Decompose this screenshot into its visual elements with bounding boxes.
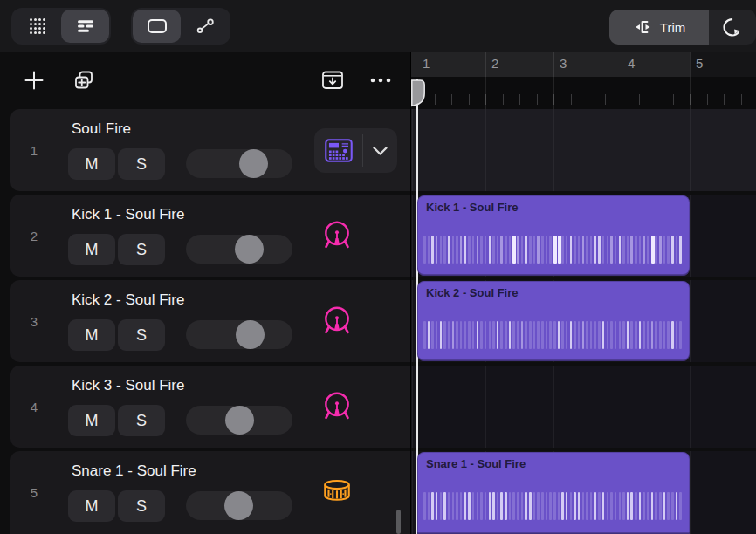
kick-drum-icon — [320, 218, 354, 253]
row-divider — [58, 280, 58, 362]
track-instrument — [320, 302, 354, 340]
view-switch-group — [11, 8, 111, 44]
track-name: Snare 1 - Soul Fire — [72, 462, 196, 480]
grid-icon — [28, 17, 47, 36]
timeline-area: 1 2 3 4 5 Kick 1 - Soul Fire Kick 2 - S — [410, 52, 756, 534]
import-icon — [321, 70, 344, 91]
track-instrument — [320, 387, 354, 426]
bar-number: 4 — [628, 56, 635, 71]
track-row-1[interactable]: 1 Soul Fire M S — [10, 109, 410, 191]
solo-button[interactable]: S — [118, 234, 165, 265]
mute-button[interactable]: M — [68, 148, 115, 180]
solo-button[interactable]: S — [118, 490, 165, 522]
vertical-scrollbar-thumb[interactable] — [396, 510, 401, 534]
track-number: 5 — [10, 451, 58, 534]
track-list-toolbar — [0, 52, 410, 109]
mute-button[interactable]: M — [68, 319, 115, 351]
automation-icon — [196, 17, 215, 36]
trim-label: Trim — [660, 20, 685, 35]
drum-machine-icon — [325, 139, 353, 162]
duplicate-track-icon — [72, 69, 95, 92]
import-button[interactable] — [317, 65, 348, 96]
trim-button[interactable]: Trim — [609, 10, 709, 44]
row-divider — [58, 109, 58, 191]
midi-notes — [423, 492, 684, 520]
volume-slider[interactable] — [186, 406, 292, 435]
cycle-icon — [721, 16, 744, 38]
track-header-panel: 1 Soul Fire M S — [0, 52, 410, 534]
duplicate-track-button[interactable] — [68, 65, 100, 96]
logic-pro-window: Trim — [0, 0, 756, 534]
trim-cycle-group: Trim — [609, 10, 756, 44]
track-name: Kick 1 - Soul Fire — [72, 206, 184, 223]
solo-button[interactable]: S — [118, 319, 165, 351]
track-name: Kick 3 - Soul Fire — [72, 377, 184, 394]
region-label: Kick 1 - Soul Fire — [426, 201, 518, 214]
lane-track-4[interactable] — [411, 366, 756, 448]
volume-knob[interactable] — [225, 406, 254, 435]
bar-number: 3 — [560, 56, 567, 71]
bar-number: 1 — [423, 56, 430, 71]
top-toolbar: Trim — [0, 0, 756, 52]
kick-drum-icon — [320, 304, 354, 339]
regions-mode-button[interactable] — [133, 10, 181, 43]
region-label: Kick 2 - Soul Fire — [426, 286, 518, 299]
lane-track-1[interactable] — [411, 109, 756, 191]
volume-slider[interactable] — [186, 235, 292, 264]
region-rect-icon — [147, 17, 168, 35]
region-kick-2[interactable]: Kick 2 - Soul Fire — [417, 281, 690, 361]
volume-slider[interactable] — [186, 491, 292, 520]
track-row-2[interactable]: 2 Kick 1 - Soul Fire M S — [10, 195, 410, 277]
track-number: 1 — [10, 109, 58, 191]
track-instrument — [320, 473, 354, 511]
mute-button[interactable]: M — [68, 234, 115, 265]
cycle-range[interactable] — [411, 52, 690, 77]
automation-mode-button[interactable] — [181, 10, 229, 43]
track-number: 3 — [10, 280, 58, 362]
volume-slider[interactable] — [186, 320, 292, 349]
row-divider — [58, 451, 58, 534]
ruler-bar-numbers: 1 2 3 4 5 — [411, 52, 756, 77]
volume-knob[interactable] — [224, 491, 253, 520]
edit-mode-group — [131, 8, 230, 44]
midi-notes — [423, 236, 684, 264]
tracks-view-icon — [76, 17, 95, 35]
midi-notes — [423, 321, 684, 349]
snare-drum-icon — [320, 478, 354, 506]
mute-button[interactable]: M — [68, 490, 115, 522]
chevron-down-icon — [372, 146, 388, 156]
tracks-view-button[interactable] — [61, 10, 109, 43]
instrument-disclosure-control — [314, 128, 397, 173]
cycle-button[interactable] — [709, 10, 756, 44]
bar-number: 2 — [491, 56, 498, 71]
region-kick-1[interactable]: Kick 1 - Soul Fire — [417, 195, 690, 276]
track-row-5[interactable]: 5 Snare 1 - Soul Fire M S — [10, 451, 410, 534]
volume-slider[interactable] — [186, 149, 292, 178]
trim-icon — [633, 17, 652, 37]
track-number: 2 — [10, 195, 58, 277]
disclosure-button[interactable] — [363, 146, 397, 156]
solo-button[interactable]: S — [118, 405, 165, 436]
track-row-4[interactable]: 4 Kick 3 - Soul Fire M S — [10, 366, 410, 448]
row-divider — [58, 366, 58, 448]
mute-button[interactable]: M — [68, 405, 115, 436]
volume-knob[interactable] — [236, 320, 265, 349]
instrument-button[interactable] — [314, 139, 362, 162]
add-track-button[interactable] — [18, 65, 50, 96]
ruler[interactable]: 1 2 3 4 5 — [411, 52, 756, 109]
volume-knob[interactable] — [239, 149, 268, 178]
track-number: 4 — [10, 366, 58, 448]
track-instrument — [320, 216, 354, 255]
volume-knob[interactable] — [235, 235, 264, 264]
grid-view-button[interactable] — [13, 10, 61, 43]
solo-button[interactable]: S — [118, 148, 165, 180]
more-options-button[interactable] — [365, 65, 396, 96]
track-row-3[interactable]: 3 Kick 2 - Soul Fire M S — [10, 280, 410, 362]
more-icon — [369, 77, 392, 84]
add-track-icon — [24, 70, 45, 91]
row-divider — [58, 195, 58, 277]
region-snare-1[interactable]: Snare 1 - Soul Fire — [417, 452, 690, 534]
playhead-marker[interactable] — [411, 79, 426, 111]
track-name: Soul Fire — [72, 120, 131, 138]
ruler-ticks — [411, 77, 756, 109]
